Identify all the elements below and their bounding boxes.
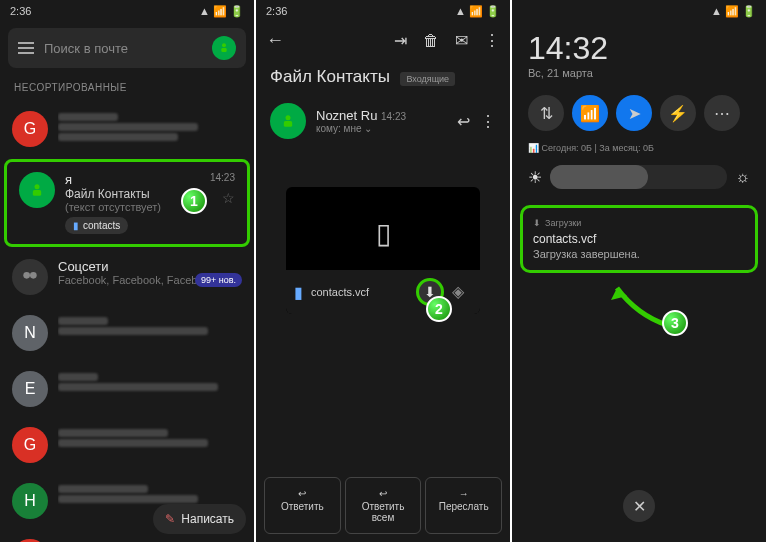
- sender-avatar: [19, 172, 55, 208]
- sender-avatar: G: [12, 111, 48, 147]
- auto-brightness-icon[interactable]: ☼: [735, 168, 750, 186]
- star-icon[interactable]: ☆: [222, 190, 235, 206]
- notif-body: Загрузка завершена.: [533, 248, 745, 260]
- recipient: кому: мне: [316, 123, 362, 134]
- step-badge-2: 2: [426, 296, 452, 322]
- svg-rect-1: [221, 48, 226, 52]
- sender-avatar: N: [12, 315, 48, 351]
- status-icons: ▲ 📶 🔋: [455, 5, 500, 18]
- email-item[interactable]: E: [0, 361, 254, 417]
- attachment-chip[interactable]: ▮contacts: [65, 217, 128, 234]
- compose-button[interactable]: ✎ Написать: [153, 504, 246, 534]
- panel-inbox: 2:36 ▲ 📶 🔋 Поиск в почте НЕСОРТИРОВАННЫЕ…: [0, 0, 254, 542]
- status-icons: ▲ 📶 🔋: [711, 5, 756, 18]
- attachment-preview[interactable]: ▯ ▮ contacts.vcf ⬇ ◈ 2: [286, 187, 480, 314]
- step-badge-3: 3: [662, 310, 688, 336]
- qs-data-icon[interactable]: ⇅: [528, 95, 564, 131]
- qs-more-icon[interactable]: ⋯: [704, 95, 740, 131]
- search-bar[interactable]: Поиск в почте: [8, 28, 246, 68]
- lock-date: Вс, 21 марта: [512, 67, 766, 87]
- pencil-icon: ✎: [165, 512, 175, 526]
- sun-icon: ☀: [528, 168, 542, 187]
- email-item[interactable]: N: [0, 305, 254, 361]
- count-badge: 99+ нов.: [195, 273, 242, 287]
- clock: 2:36: [266, 5, 287, 17]
- sender-avatar: [12, 259, 48, 295]
- email-item[interactable]: Соцсети Facebook, Facebook, Facebook 99+…: [0, 249, 254, 305]
- reply-button[interactable]: ↩Ответить: [264, 477, 341, 534]
- reply-bar: ↩Ответить ↩Ответить всем →Переслать: [264, 477, 502, 534]
- notif-app-name: ⬇ Загрузки: [533, 218, 745, 228]
- search-placeholder: Поиск в почте: [44, 41, 202, 56]
- panel-email-detail: 2:36 ▲ 📶 🔋 ← ⇥ 🗑 ✉ ⋮ Файл Контакты Входя…: [256, 0, 510, 542]
- status-bar: 2:36 ▲ 📶 🔋: [256, 0, 510, 22]
- panel-notifications: ▲ 📶 🔋 14:32 Вс, 21 марта ⇅ 📶 ➤ ⚡ ⋯ 📊 Сег…: [512, 0, 766, 542]
- email-preview: (текст отсутствует): [65, 201, 235, 213]
- sender-avatar: [270, 103, 306, 139]
- svg-point-6: [286, 115, 291, 120]
- sender-name: Noznet Ru: [316, 108, 377, 123]
- quick-settings: ⇅ 📶 ➤ ⚡ ⋯: [512, 87, 766, 139]
- toolbar: ← ⇥ 🗑 ✉ ⋮: [256, 22, 510, 59]
- sender-avatar: H: [12, 483, 48, 519]
- svg-point-4: [23, 272, 30, 279]
- step-badge-1: 1: [181, 188, 207, 214]
- reply-all-button[interactable]: ↩Ответить всем: [345, 477, 422, 534]
- email-item[interactable]: G: [0, 417, 254, 473]
- email-time: 14:23: [210, 172, 235, 183]
- email-item[interactable]: G: [0, 101, 254, 157]
- lock-clock: 14:32: [512, 22, 766, 67]
- email-item-selected[interactable]: я Файл Контакты (текст отсутствует) ▮con…: [4, 159, 250, 247]
- email-header: Файл Контакты Входящие: [256, 59, 510, 95]
- svg-point-2: [35, 184, 40, 189]
- clear-notifications-button[interactable]: ✕: [623, 490, 655, 522]
- reply-icon[interactable]: ↩: [457, 112, 470, 131]
- file-icon: ▯: [286, 217, 480, 250]
- mail-icon[interactable]: ✉: [455, 31, 468, 50]
- drive-icon[interactable]: ◈: [452, 282, 472, 302]
- archive-icon[interactable]: ⇥: [394, 31, 407, 50]
- qs-location-icon[interactable]: ➤: [616, 95, 652, 131]
- svg-point-5: [30, 272, 37, 279]
- more-icon[interactable]: ⋮: [480, 112, 496, 131]
- status-bar: 2:36 ▲ 📶 🔋: [0, 0, 254, 22]
- email-sender: Соцсети: [58, 259, 242, 274]
- notification-card[interactable]: ⬇ Загрузки contacts.vcf Загрузка заверше…: [520, 205, 758, 273]
- section-label: НЕСОРТИРОВАННЫЕ: [0, 74, 254, 101]
- inbox-chip: Входящие: [400, 72, 455, 86]
- svg-rect-3: [33, 190, 41, 196]
- sender-avatar: G: [12, 427, 48, 463]
- data-usage: 📊 Сегодня: 0Б | За месяц: 0Б: [512, 139, 766, 157]
- brightness-slider[interactable]: ☀ ☼: [512, 157, 766, 197]
- email-title: Файл Контакты: [270, 67, 390, 86]
- sender-row: Noznet Ru 14:23 кому: мне ⌄ ↩ ⋮: [256, 95, 510, 147]
- clock: 2:36: [10, 5, 31, 17]
- more-icon[interactable]: ⋮: [484, 31, 500, 50]
- account-avatar[interactable]: [212, 36, 236, 60]
- status-icons: ▲ 📶 🔋: [199, 5, 244, 18]
- sender-avatar: E: [12, 371, 48, 407]
- notif-title: contacts.vcf: [533, 232, 745, 246]
- status-bar: ▲ 📶 🔋: [512, 0, 766, 22]
- svg-point-0: [222, 43, 226, 47]
- qs-power-icon[interactable]: ⚡: [660, 95, 696, 131]
- menu-icon[interactable]: [18, 42, 34, 54]
- delete-icon[interactable]: 🗑: [423, 32, 439, 50]
- attachment-name: contacts.vcf: [311, 286, 408, 298]
- svg-rect-7: [284, 121, 292, 127]
- email-subject: Файл Контакты: [65, 187, 235, 201]
- forward-button[interactable]: →Переслать: [425, 477, 502, 534]
- back-icon[interactable]: ←: [266, 30, 284, 51]
- qs-wifi-icon[interactable]: 📶: [572, 95, 608, 131]
